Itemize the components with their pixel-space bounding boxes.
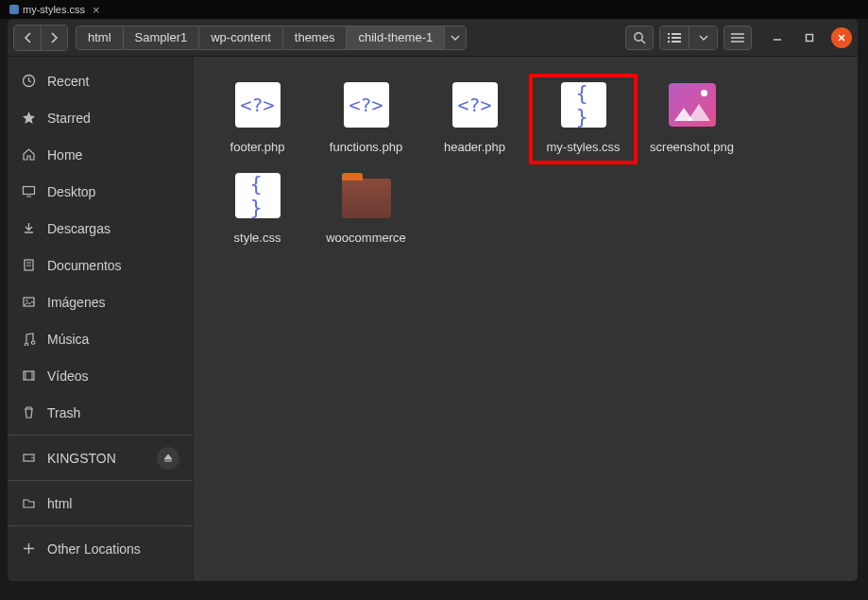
- editor-tab[interactable]: my-styles.css ×: [4, 0, 106, 19]
- svg-rect-3: [672, 33, 681, 35]
- breadcrumb-item[interactable]: html: [77, 26, 124, 49]
- sidebar-item-drive[interactable]: KINGSTON: [8, 439, 193, 476]
- sidebar-item-label: KINGSTON: [47, 451, 116, 466]
- sidebar-item-desktop[interactable]: Desktop: [8, 173, 193, 210]
- sidebar-item-label: Home: [47, 147, 82, 163]
- sidebar-item-recent[interactable]: Recent: [8, 62, 193, 99]
- sidebar-item-starred[interactable]: Starred: [8, 99, 193, 136]
- home-icon: [21, 147, 36, 162]
- music-icon: [21, 332, 36, 346]
- file-label: my-styles.css: [543, 138, 624, 157]
- svg-point-0: [635, 32, 642, 40]
- maximize-button[interactable]: [799, 27, 820, 48]
- css-file-icon: [9, 5, 19, 14]
- breadcrumb-item[interactable]: Sampler1: [124, 26, 200, 49]
- svg-point-22: [26, 300, 27, 301]
- clock-icon: [21, 74, 36, 88]
- sidebar-item-label: Other Locations: [47, 541, 141, 557]
- view-options-dropdown[interactable]: [689, 26, 717, 49]
- search-button[interactable]: [625, 26, 654, 50]
- sidebar-item-other-locations[interactable]: Other Locations: [8, 530, 193, 567]
- close-window-button[interactable]: [831, 27, 852, 48]
- file-item[interactable]: <?> header.php: [420, 74, 529, 164]
- sidebar-separator: [8, 435, 193, 436]
- file-label: screenshot.png: [646, 138, 738, 157]
- star-icon: [21, 111, 36, 125]
- sidebar: Recent Starred Home Desktop Descargas: [8, 57, 194, 581]
- sidebar-item-trash[interactable]: Trash: [8, 394, 193, 431]
- file-label: header.php: [440, 138, 509, 157]
- file-label: functions.php: [326, 138, 406, 157]
- sidebar-item-home[interactable]: Home: [8, 136, 193, 173]
- videos-icon: [21, 369, 36, 383]
- php-file-icon: <?>: [344, 82, 389, 128]
- drive-icon: [21, 451, 36, 465]
- minimize-button[interactable]: [767, 27, 788, 48]
- css-file-icon: { }: [235, 173, 281, 218]
- sidebar-item-label: Documentos: [47, 258, 122, 273]
- svg-rect-16: [23, 187, 34, 195]
- folder-icon: [342, 179, 391, 218]
- sidebar-item-downloads[interactable]: Descargas: [8, 210, 193, 247]
- folder-icon: [21, 496, 36, 510]
- file-label: woocommerce: [322, 229, 410, 248]
- eject-button[interactable]: [157, 447, 179, 470]
- sidebar-item-label: Descargas: [47, 221, 111, 236]
- svg-rect-2: [668, 33, 670, 35]
- toolbar: html Sampler1 wp-content themes child-th…: [8, 19, 858, 57]
- css-file-icon: { }: [561, 82, 606, 128]
- breadcrumb: html Sampler1 wp-content themes child-th…: [76, 26, 467, 50]
- file-label: footer.php: [227, 138, 289, 157]
- list-view-button[interactable]: [660, 26, 689, 49]
- sidebar-item-label: Vídeos: [47, 369, 89, 384]
- download-icon: [21, 221, 36, 235]
- close-icon[interactable]: ×: [93, 3, 100, 17]
- svg-line-1: [641, 40, 645, 43]
- svg-rect-5: [672, 37, 681, 39]
- sidebar-item-label: Desktop: [47, 184, 95, 199]
- plus-icon: [21, 542, 36, 555]
- sidebar-item-music[interactable]: Música: [8, 320, 193, 357]
- back-button[interactable]: [14, 26, 41, 50]
- file-item[interactable]: <?> functions.php: [312, 74, 420, 164]
- sidebar-item-label: html: [47, 496, 72, 511]
- svg-rect-12: [807, 34, 813, 41]
- file-item[interactable]: <?> footer.php: [203, 74, 312, 164]
- sidebar-separator: [8, 480, 193, 481]
- php-file-icon: <?>: [235, 82, 281, 128]
- sidebar-item-documents[interactable]: Documentos: [8, 247, 193, 283]
- svg-rect-7: [672, 41, 681, 43]
- documents-icon: [21, 258, 36, 272]
- breadcrumb-item[interactable]: themes: [283, 26, 348, 49]
- file-item[interactable]: { } style.css: [203, 164, 312, 253]
- sidebar-item-bookmark[interactable]: html: [8, 485, 193, 522]
- file-item-highlighted[interactable]: { } my-styles.css: [529, 74, 638, 164]
- breadcrumb-item-current[interactable]: child-theme-1: [347, 26, 445, 49]
- file-grid[interactable]: <?> footer.php <?> functions.php <?> hea…: [194, 57, 858, 581]
- svg-rect-4: [668, 37, 670, 39]
- breadcrumb-item[interactable]: wp-content: [199, 26, 283, 49]
- forward-button[interactable]: [41, 26, 67, 50]
- sidebar-item-label: Imágenes: [47, 295, 105, 310]
- svg-point-27: [31, 457, 33, 459]
- trash-icon: [21, 405, 36, 420]
- file-label: style.css: [230, 229, 285, 248]
- sidebar-item-label: Recent: [47, 74, 89, 89]
- file-item[interactable]: woocommerce: [312, 164, 420, 253]
- file-item[interactable]: screenshot.png: [638, 74, 746, 164]
- view-mode-group: [659, 26, 718, 50]
- sidebar-item-pictures[interactable]: Imágenes: [8, 283, 193, 320]
- php-file-icon: <?>: [452, 82, 498, 128]
- pictures-icon: [21, 295, 36, 309]
- nav-buttons: [13, 25, 68, 51]
- sidebar-item-label: Música: [47, 332, 89, 347]
- tab-title: my-styles.css: [23, 4, 85, 15]
- image-file-icon: [669, 83, 716, 127]
- sidebar-item-videos[interactable]: Vídeos: [8, 357, 193, 394]
- sidebar-separator: [8, 525, 193, 526]
- hamburger-menu-button[interactable]: [723, 26, 752, 50]
- breadcrumb-dropdown[interactable]: [445, 26, 466, 49]
- svg-rect-6: [668, 41, 670, 43]
- file-manager-window: html Sampler1 wp-content themes child-th…: [8, 19, 858, 581]
- window-controls: [767, 27, 852, 48]
